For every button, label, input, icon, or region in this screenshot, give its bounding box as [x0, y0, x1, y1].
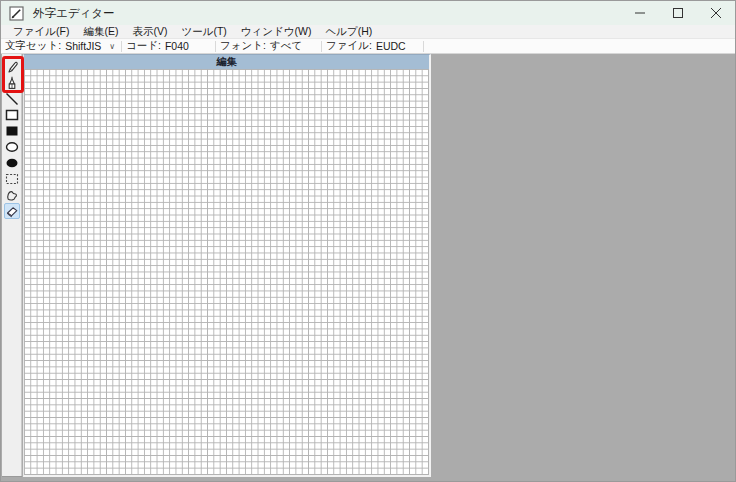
- toolbar-separator: [423, 41, 424, 52]
- menu-edit[interactable]: 編集(E): [76, 25, 125, 38]
- menu-tools[interactable]: ツール(T): [174, 25, 233, 38]
- ellipse-filled-tool[interactable]: [4, 155, 20, 171]
- font-field: フォント: すべて: [216, 39, 321, 53]
- line-tool[interactable]: [4, 91, 20, 107]
- brush-tool[interactable]: [4, 75, 20, 91]
- file-value: EUDC: [376, 40, 406, 52]
- client-area: 編集: [1, 54, 735, 481]
- private-character-editor-window: 外字エディター ファイル(F) 編集(E) 表示(V) ツール(T) ウィンドウ…: [0, 0, 736, 482]
- file-label: ファイル:: [326, 39, 372, 53]
- rect-select-tool[interactable]: [4, 171, 20, 187]
- window-controls: [621, 1, 735, 25]
- toolbar: 文字セット: ShiftJIS ∨ コード: F040 フォント: すべて ファ…: [1, 39, 735, 54]
- edit-caption-label: 編集: [217, 55, 237, 69]
- edit-child-window: 編集: [23, 54, 431, 477]
- ellipse-outline-tool[interactable]: [4, 139, 20, 155]
- menu-help[interactable]: ヘルプ(H): [318, 25, 379, 38]
- close-button[interactable]: [697, 1, 735, 25]
- titlebar: 外字エディター: [1, 1, 735, 25]
- eraser-tool[interactable]: [4, 203, 20, 219]
- charset-dropdown[interactable]: 文字セット: ShiftJIS ∨: [1, 39, 121, 53]
- app-icon: [9, 6, 24, 21]
- code-label: コード:: [126, 39, 161, 53]
- menubar: ファイル(F) 編集(E) 表示(V) ツール(T) ウィンドウ(W) ヘルプ(…: [1, 25, 735, 39]
- glyph-edit-canvas[interactable]: [24, 69, 429, 475]
- chevron-down-icon: ∨: [109, 42, 115, 51]
- rectangle-filled-tool[interactable]: [4, 123, 20, 139]
- code-field: コード: F040: [122, 39, 215, 53]
- minimize-button[interactable]: [621, 1, 659, 25]
- maximize-button[interactable]: [659, 1, 697, 25]
- menu-window[interactable]: ウィンドウ(W): [234, 25, 319, 38]
- freeform-select-tool[interactable]: [4, 187, 20, 203]
- pencil-tool[interactable]: [4, 59, 20, 75]
- charset-value: ShiftJIS: [65, 40, 101, 52]
- font-value: すべて: [270, 39, 302, 53]
- rectangle-outline-tool[interactable]: [4, 107, 20, 123]
- menu-file[interactable]: ファイル(F): [6, 25, 76, 38]
- window-title: 外字エディター: [33, 6, 115, 21]
- menu-view[interactable]: 表示(V): [125, 25, 174, 38]
- charset-label: 文字セット:: [5, 39, 61, 53]
- edit-window-caption[interactable]: 編集: [24, 55, 429, 69]
- file-field: ファイル: EUDC: [322, 39, 423, 53]
- code-value: F040: [165, 40, 189, 52]
- font-label: フォント:: [220, 39, 266, 53]
- tool-palette: [2, 54, 22, 476]
